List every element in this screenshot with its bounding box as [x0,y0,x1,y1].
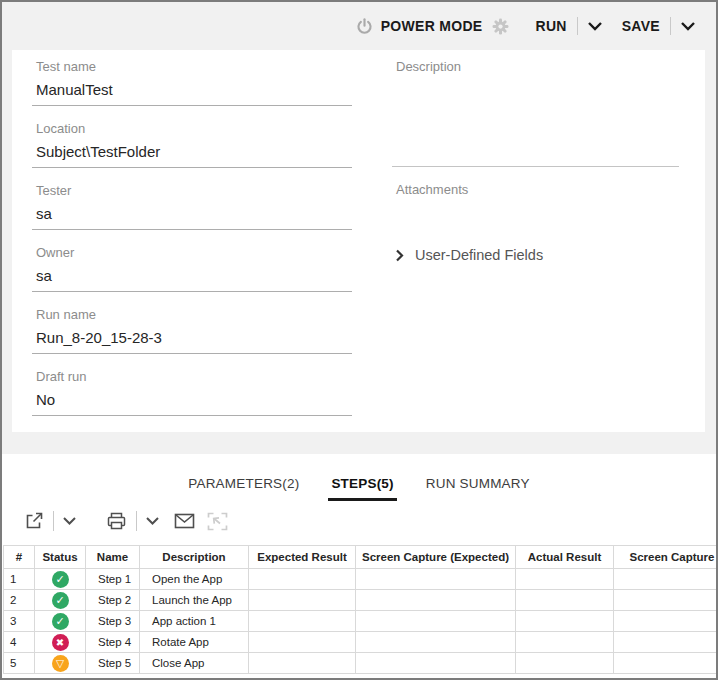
screen-capture-icon-disabled [207,512,228,531]
chevron-right-icon [396,249,404,262]
top-toolbar: POWER MODE RUN SAVE [2,2,716,50]
location-input[interactable]: Subject\TestFolder [32,143,352,168]
table-row[interactable]: 4✖Step 4Rotate App [4,632,717,653]
table-header-row: # Status Name Description Expected Resul… [4,546,717,569]
tab-run-summary[interactable]: RUN SUMMARY [423,476,533,501]
steps-table-body: 1✓Step 1Open the App2✓Step 2Launch the A… [4,569,717,674]
description-label: Description [392,59,679,74]
field-location: Location Subject\TestFolder [32,121,352,168]
run-button[interactable]: RUN [535,18,566,34]
field-test-name: Test name ManualTest [32,59,352,106]
col-header-screen-capture-expected[interactable]: Screen Capture (Expected) [356,546,516,569]
step-number: 4 [4,632,35,653]
test-name-input[interactable]: ManualTest [32,81,352,106]
save-button[interactable]: SAVE [622,18,660,34]
field-owner: Owner sa [32,245,352,292]
col-header-num[interactable]: # [4,546,35,569]
field-draft-run: Draft run No [32,369,352,416]
table-row[interactable]: 1✓Step 1Open the App [4,569,717,590]
table-row[interactable]: 5▽Step 5Close App [4,653,717,674]
table-row[interactable]: 3✓Step 3App action 1 [4,611,717,632]
actual-result-cell [516,569,614,590]
actual-result-cell [516,653,614,674]
status-passed-icon: ✓ [52,592,69,609]
screen-capture-cell [614,653,717,674]
step-description: App action 1 [140,611,249,632]
step-description: Rotate App [140,632,249,653]
expected-result-cell [249,653,356,674]
step-number: 2 [4,590,35,611]
screen-capture-expected-cell [356,653,516,674]
status-passed-icon: ✓ [52,613,69,630]
screen-capture-expected-cell [356,590,516,611]
tab-bar: PARAMETERS(2) STEPS(5) RUN SUMMARY [2,454,716,501]
divider [53,511,54,531]
run-chevron-down-icon[interactable] [588,22,602,31]
screen-capture-cell [614,611,717,632]
expected-result-cell [249,569,356,590]
col-header-expected-result[interactable]: Expected Result [249,546,356,569]
power-mode-label: POWER MODE [381,18,483,34]
step-name: Step 5 [86,653,140,674]
form-left-column: Test name ManualTest Location Subject\Te… [32,59,352,431]
tab-steps[interactable]: STEPS(5) [328,476,396,501]
description-input[interactable] [392,74,679,167]
export-icon[interactable] [24,511,44,531]
tester-input[interactable]: sa [32,205,352,230]
col-header-name[interactable]: Name [86,546,140,569]
save-chevron-down-icon[interactable] [681,22,695,31]
step-number: 1 [4,569,35,590]
print-chevron-down-icon[interactable] [146,517,159,525]
actual-result-cell [516,632,614,653]
field-label: Owner [32,245,352,260]
field-label: Draft run [32,369,352,384]
col-header-description[interactable]: Description [140,546,249,569]
expected-result-cell [249,590,356,611]
run-details-panel: PARAMETERS(2) STEPS(5) RUN SUMMARY [2,454,716,678]
screen-capture-cell [614,632,717,653]
field-run-name: Run name Run_8-20_15-28-3 [32,307,352,354]
field-label: Run name [32,307,352,322]
screen-capture-expected-cell [356,611,516,632]
screen-capture-expected-cell [356,569,516,590]
owner-input[interactable]: sa [32,267,352,292]
screen-capture-expected-cell [356,632,516,653]
test-run-window: POWER MODE RUN SAVE [0,0,718,680]
attachments-label: Attachments [392,182,679,197]
gear-icon[interactable] [492,18,509,35]
export-chevron-down-icon[interactable] [63,517,76,525]
divider [136,511,137,531]
col-header-actual-result[interactable]: Actual Result [516,546,614,569]
step-description: Close App [140,653,249,674]
col-header-status[interactable]: Status [35,546,86,569]
field-tester: Tester sa [32,183,352,230]
step-number: 5 [4,653,35,674]
step-description: Launch the App [140,590,249,611]
draft-run-input[interactable]: No [32,391,352,416]
step-name: Step 3 [86,611,140,632]
field-label: Location [32,121,352,136]
divider [577,17,578,35]
table-row[interactable]: 2✓Step 2Launch the App [4,590,717,611]
test-details-form: Test name ManualTest Location Subject\Te… [12,50,705,432]
divider [670,17,671,35]
actual-result-cell [516,590,614,611]
screen-capture-cell [614,590,717,611]
status-warning-icon: ▽ [52,655,69,672]
tab-parameters[interactable]: PARAMETERS(2) [185,476,302,501]
status-passed-icon: ✓ [52,571,69,588]
form-right-column: Description Attachments User-Defined Fie… [392,59,679,263]
print-icon[interactable] [106,511,127,531]
power-icon [356,18,373,35]
step-name: Step 1 [86,569,140,590]
steps-toolbar [24,507,228,535]
screen-capture-cell [614,569,717,590]
field-label: Test name [32,59,352,74]
user-defined-fields-expander[interactable]: User-Defined Fields [392,247,679,263]
steps-table: # Status Name Description Expected Resul… [3,545,716,678]
col-header-screen-capture[interactable]: Screen Capture [614,546,717,569]
email-icon[interactable] [174,513,195,529]
run-name-input[interactable]: Run_8-20_15-28-3 [32,329,352,354]
expected-result-cell [249,611,356,632]
status-failed-icon: ✖ [52,634,69,651]
